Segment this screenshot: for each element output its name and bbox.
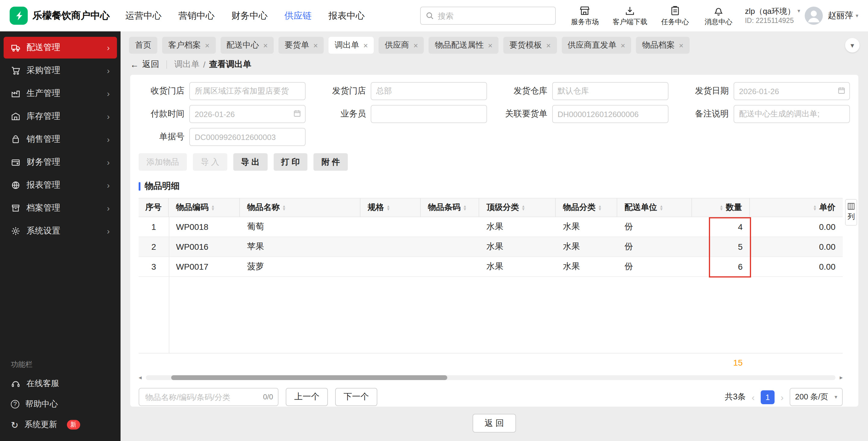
tab-delivery-center[interactable]: 配送中心× — [220, 37, 274, 54]
col-header-spec[interactable]: 规格▲▼ — [361, 199, 421, 216]
tab-item-delivery-attrs[interactable]: 物品配送属性× — [429, 37, 498, 54]
nav-operations[interactable]: 运营中心 — [125, 10, 161, 22]
tab-close-icon[interactable]: × — [679, 41, 684, 49]
tab-demand-template[interactable]: 要货模板× — [503, 37, 557, 54]
tab-transfer-out-order[interactable]: 调出单× — [329, 37, 374, 54]
scroll-right-arrow[interactable]: ▸ — [840, 374, 843, 382]
col-header-unit-price[interactable]: ▲▼单价 — [750, 199, 843, 216]
col-header-delivery-unit[interactable]: 配送单位▲▼ — [617, 199, 692, 216]
shipping-store-input[interactable] — [371, 82, 487, 100]
sidebar-item-settings[interactable]: 系统设置 › — [4, 220, 117, 242]
fixed-column-divider — [169, 217, 169, 353]
sort-icon[interactable]: ▲▼ — [463, 205, 467, 210]
sort-icon[interactable]: ▲▼ — [719, 205, 723, 210]
avatar[interactable] — [805, 7, 823, 25]
tab-close-icon[interactable]: × — [313, 41, 318, 49]
prev-page-icon[interactable]: ‹ — [750, 392, 756, 402]
global-search[interactable] — [421, 7, 556, 25]
tab-home[interactable]: 首页 — [129, 37, 157, 54]
sort-icon[interactable]: ▲▼ — [282, 205, 286, 210]
linked-demand-order-input[interactable] — [552, 105, 669, 123]
online-service-item[interactable]: 在线客服 — [0, 374, 121, 394]
nav-marketing[interactable]: 营销中心 — [179, 10, 215, 22]
horizontal-scrollbar: ◂ ▸ — [138, 374, 843, 382]
col-header-item-code[interactable]: 物品编码▲▼ — [169, 199, 240, 216]
help-center-item[interactable]: ? 帮助中心 — [0, 394, 121, 414]
col-header-index[interactable]: 序号 — [138, 199, 169, 216]
global-search-input[interactable] — [438, 11, 551, 20]
payment-time-input[interactable] — [189, 105, 306, 123]
tab-close-icon[interactable]: × — [546, 41, 551, 49]
sidebar-item-sales[interactable]: 销售管理 › — [4, 128, 117, 150]
document-number-input[interactable] — [189, 128, 306, 146]
previous-item-button[interactable]: 上一个 — [286, 388, 328, 406]
sidebar-item-reports[interactable]: 报表管理 › — [4, 174, 117, 196]
tab-supplier[interactable]: 供应商× — [379, 37, 424, 54]
scroll-left-arrow[interactable]: ◂ — [138, 374, 142, 382]
receiving-store-input[interactable] — [189, 82, 306, 100]
sort-icon[interactable]: ▲▼ — [211, 205, 215, 210]
remarks-input[interactable] — [734, 105, 850, 123]
service-market-button[interactable]: 服务市场 — [569, 5, 601, 26]
tab-supplier-direct-order[interactable]: 供应商直发单× — [561, 37, 631, 54]
shipping-warehouse-input[interactable] — [552, 82, 669, 100]
print-button[interactable]: 打 印 — [273, 153, 308, 171]
breadcrumb-parent[interactable]: 调出单 — [174, 59, 199, 70]
table-row[interactable]: 2 WP0016 苹果 水果 水果 份 5 0.00 — [138, 237, 843, 257]
tab-close-icon[interactable]: × — [205, 41, 210, 49]
tab-close-icon[interactable]: × — [621, 41, 625, 49]
system-update-item[interactable]: ↻ 系统更新 新 — [0, 414, 121, 435]
sidebar-item-purchasing[interactable]: 采购管理 › — [4, 60, 117, 82]
task-center-button[interactable]: 任务中心 — [659, 5, 691, 26]
page-size-select[interactable]: 200 条/页 ▾ — [789, 388, 843, 406]
tabs-overflow-button[interactable]: ▼ — [845, 38, 860, 53]
table-row[interactable]: 3 WP0017 菠萝 水果 水果 份 6 0.00 — [138, 257, 843, 277]
column-settings-button[interactable]: 列 — [845, 199, 857, 226]
add-item-button[interactable]: 添加物品 — [138, 153, 187, 171]
col-header-quantity[interactable]: ▲▼数量 — [692, 199, 750, 216]
client-download-button[interactable]: 客户端下载 — [613, 5, 647, 26]
sidebar-item-archives[interactable]: 档案管理 › — [4, 197, 117, 219]
env-block[interactable]: zlp（qa环境） ▾ ID: 2215114925 — [745, 6, 800, 25]
next-page-icon[interactable]: › — [779, 392, 785, 402]
tab-close-icon[interactable]: × — [488, 41, 493, 49]
sidebar-item-finance[interactable]: 财务管理 › — [4, 151, 117, 173]
user-menu[interactable]: 赵丽萍 ▾ — [828, 10, 858, 21]
salesperson-input[interactable] — [371, 105, 487, 123]
return-button[interactable]: 返 回 — [472, 414, 516, 433]
brand-logo-icon — [10, 7, 28, 25]
col-header-item-category[interactable]: 物品分类▲▼ — [556, 199, 617, 216]
current-page-button[interactable]: 1 — [761, 390, 775, 404]
tab-close-icon[interactable]: × — [263, 41, 268, 49]
next-item-button[interactable]: 下一个 — [335, 388, 377, 406]
attachment-button[interactable]: 附 件 — [314, 153, 348, 171]
sort-icon[interactable]: ▲▼ — [386, 205, 390, 210]
field-salesperson: 业务员 — [320, 105, 487, 123]
tab-customer-archives[interactable]: 客户档案× — [162, 37, 216, 54]
sort-icon[interactable]: ▲▼ — [813, 205, 817, 210]
col-header-item-name[interactable]: 物品名称▲▼ — [240, 199, 361, 216]
col-header-barcode[interactable]: 物品条码▲▼ — [421, 199, 479, 216]
item-filter-input[interactable] — [138, 388, 278, 406]
tab-item-archives[interactable]: 物品档案× — [636, 37, 689, 54]
sort-icon[interactable]: ▲▼ — [521, 205, 525, 210]
nav-finance[interactable]: 财务中心 — [231, 10, 268, 22]
nav-supply-chain[interactable]: 供应链 — [284, 10, 312, 22]
tab-demand-order[interactable]: 要货单× — [278, 37, 324, 54]
table-row[interactable]: 1 WP0018 葡萄 水果 水果 份 4 0.00 — [138, 217, 843, 237]
message-center-button[interactable]: 消息中心 — [703, 5, 734, 26]
sidebar-item-delivery[interactable]: 配送管理 › — [4, 37, 117, 59]
sidebar-item-inventory[interactable]: 库存管理 › — [4, 106, 117, 127]
nav-reports[interactable]: 报表中心 — [329, 10, 365, 22]
col-header-top-category[interactable]: 顶级分类▲▼ — [479, 199, 556, 216]
tab-close-icon[interactable]: × — [364, 41, 368, 49]
export-button[interactable]: 导 出 — [233, 153, 268, 171]
sort-icon[interactable]: ▲▼ — [659, 205, 663, 210]
sidebar-item-production[interactable]: 生产管理 › — [4, 83, 117, 105]
back-button[interactable]: ← 返回 — [130, 59, 159, 70]
scrollbar-thumb[interactable] — [171, 375, 447, 380]
sort-icon[interactable]: ▲▼ — [598, 205, 602, 210]
shipping-date-input[interactable] — [734, 82, 850, 100]
import-button[interactable]: 导 入 — [193, 153, 227, 171]
tab-close-icon[interactable]: × — [413, 41, 418, 49]
